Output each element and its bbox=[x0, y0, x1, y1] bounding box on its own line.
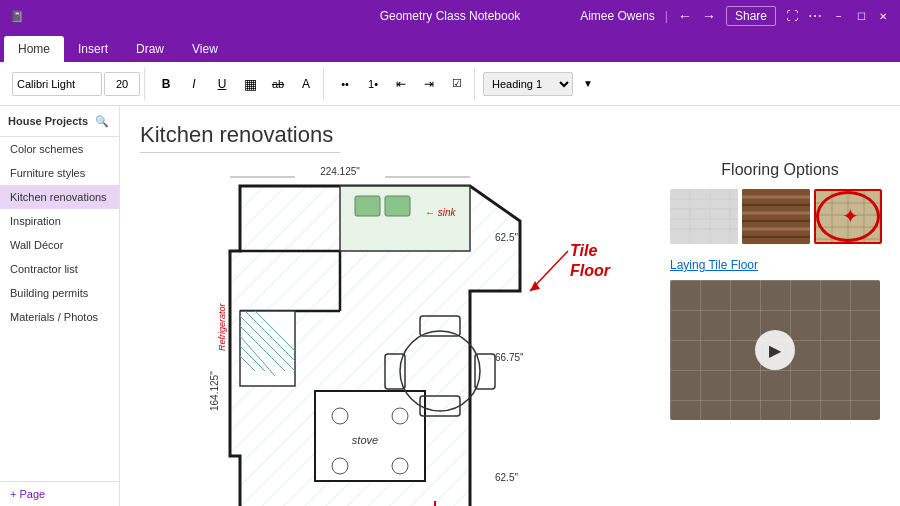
search-icon[interactable]: 🔍 bbox=[93, 112, 111, 130]
svg-text:← sink: ← sink bbox=[425, 207, 457, 218]
tab-insert[interactable]: Insert bbox=[64, 36, 122, 62]
tab-draw[interactable]: Draw bbox=[122, 36, 178, 62]
main-layout: House Projects 🔍 Color schemes Furniture… bbox=[0, 106, 900, 506]
sidebar-header: House Projects 🔍 bbox=[0, 106, 119, 137]
svg-text:164.125": 164.125" bbox=[209, 371, 220, 411]
expand-btn[interactable]: ⛶ bbox=[786, 9, 798, 23]
italic-btn[interactable]: I bbox=[181, 71, 207, 97]
svg-text:✦: ✦ bbox=[842, 205, 859, 227]
underline-btn[interactable]: U bbox=[209, 71, 235, 97]
indent-decrease-btn[interactable]: ⇤ bbox=[388, 71, 414, 97]
minimize-btn[interactable]: − bbox=[832, 9, 846, 23]
flooring-title: Flooring Options bbox=[670, 161, 890, 179]
format-group: B I U ▦ ab A bbox=[149, 68, 324, 100]
play-button[interactable]: ▶ bbox=[755, 330, 795, 370]
user-name: Aimee Owens bbox=[580, 9, 655, 23]
floorplan-area: 224.125" 62.5" 66.75" 62.5" 164.125" 224… bbox=[140, 161, 760, 506]
svg-text:Tile: Tile bbox=[570, 242, 597, 259]
close-btn[interactable]: ✕ bbox=[876, 9, 890, 23]
numbered-list-btn[interactable]: 1• bbox=[360, 71, 386, 97]
toolbar: B I U ▦ ab A •• 1• ⇤ ⇥ ☑ Heading 1 Headi… bbox=[0, 62, 900, 106]
indent-increase-btn[interactable]: ⇥ bbox=[416, 71, 442, 97]
svg-text:66.75": 66.75" bbox=[495, 352, 524, 363]
right-panel: Flooring Options bbox=[670, 161, 890, 420]
ribbon-tabs: Home Insert Draw View bbox=[0, 32, 900, 62]
title-bar-right: Aimee Owens | ← → Share ⛶ ⋯ − ☐ ✕ bbox=[580, 6, 890, 26]
maximize-btn[interactable]: ☐ bbox=[854, 9, 868, 23]
svg-text:62.5": 62.5" bbox=[495, 472, 518, 483]
list-group: •• 1• ⇤ ⇥ ☑ bbox=[328, 68, 475, 100]
video-overlay: ▶ bbox=[670, 280, 880, 420]
svg-text:stove: stove bbox=[352, 434, 378, 446]
tab-view[interactable]: View bbox=[178, 36, 232, 62]
sidebar-items: Color schemes Furniture styles Kitchen r… bbox=[0, 137, 119, 481]
highlight-btn[interactable]: ▦ bbox=[237, 71, 263, 97]
checkbox-btn[interactable]: ☑ bbox=[444, 71, 470, 97]
bold-btn[interactable]: B bbox=[153, 71, 179, 97]
svg-rect-23 bbox=[355, 196, 380, 216]
sidebar-item-wall-decor[interactable]: Wall Décor bbox=[0, 233, 119, 257]
font-size-input[interactable] bbox=[104, 72, 140, 96]
font-name-input[interactable] bbox=[12, 72, 102, 96]
floorplan-svg: 224.125" 62.5" 66.75" 62.5" 164.125" 224… bbox=[140, 161, 760, 506]
heading-select[interactable]: Heading 1 Heading 2 Normal bbox=[483, 72, 573, 96]
window-controls: − ☐ ✕ bbox=[832, 9, 890, 23]
flooring-images: ✦ bbox=[670, 189, 890, 244]
sidebar-item-permits[interactable]: Building permits bbox=[0, 281, 119, 305]
svg-text:224.125": 224.125" bbox=[320, 166, 360, 177]
window-title: Geometry Class Notebook bbox=[380, 9, 521, 23]
share-btn[interactable]: Share bbox=[726, 6, 776, 26]
font-group bbox=[8, 68, 145, 100]
sidebar-item-color-schemes[interactable]: Color schemes bbox=[0, 137, 119, 161]
more-btn[interactable]: ⋯ bbox=[808, 8, 822, 24]
floor-tile[interactable]: ✦ bbox=[814, 189, 882, 244]
svg-rect-48 bbox=[670, 189, 738, 244]
forward-btn[interactable]: → bbox=[702, 8, 716, 24]
strikethrough-btn[interactable]: ab bbox=[265, 71, 291, 97]
sidebar-item-kitchen[interactable]: Kitchen renovations bbox=[0, 185, 119, 209]
svg-rect-13 bbox=[240, 311, 295, 386]
sidebar-item-contractor[interactable]: Contractor list bbox=[0, 257, 119, 281]
heading-dropdown-btn[interactable]: ▼ bbox=[575, 71, 601, 97]
bullet-list-btn[interactable]: •• bbox=[332, 71, 358, 97]
title-bar: 📓 Geometry Class Notebook Aimee Owens | … bbox=[0, 0, 900, 32]
sidebar-item-inspiration[interactable]: Inspiration bbox=[0, 209, 119, 233]
app-icon: 📓 bbox=[10, 10, 24, 23]
add-page-btn[interactable]: + Page bbox=[0, 481, 119, 506]
sidebar-item-materials[interactable]: Materials / Photos bbox=[0, 305, 119, 329]
floor-wood[interactable] bbox=[742, 189, 810, 244]
page-title: Kitchen renovations bbox=[140, 122, 340, 153]
divider: | bbox=[665, 9, 668, 23]
heading-group: Heading 1 Heading 2 Normal ▼ bbox=[479, 68, 605, 100]
sidebar-item-furniture[interactable]: Furniture styles bbox=[0, 161, 119, 185]
fontcolor-btn[interactable]: A bbox=[293, 71, 319, 97]
laying-tile-link[interactable]: Laying Tile Floor bbox=[670, 258, 890, 272]
back-btn[interactable]: ← bbox=[678, 8, 692, 24]
sidebar: House Projects 🔍 Color schemes Furniture… bbox=[0, 106, 120, 506]
content-area: Kitchen renovations 224.125" 62.5" 66.75… bbox=[120, 106, 900, 506]
video-thumbnail[interactable]: ▶ bbox=[670, 280, 880, 420]
svg-text:Floor: Floor bbox=[570, 262, 611, 279]
svg-text:Refrigerator: Refrigerator bbox=[217, 302, 227, 351]
sidebar-title: House Projects bbox=[8, 115, 88, 127]
tab-home[interactable]: Home bbox=[4, 36, 64, 62]
floor-marble[interactable] bbox=[670, 189, 738, 244]
svg-rect-24 bbox=[385, 196, 410, 216]
